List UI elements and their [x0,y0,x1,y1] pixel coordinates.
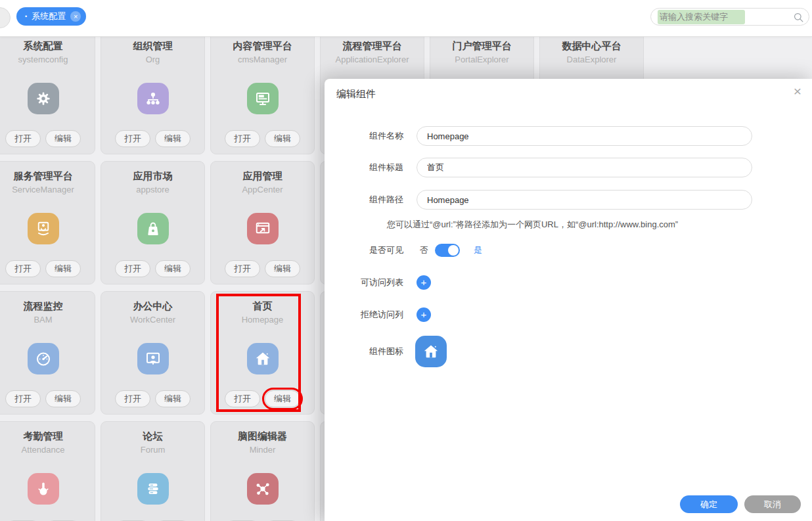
cancel-button[interactable]: 取消 [744,495,801,513]
card-title: 流程管理平台 [321,39,424,53]
open-button[interactable]: 打开 [225,130,260,147]
edit-button[interactable]: 编辑 [45,260,81,277]
tab-label: 系统配置 [32,11,66,22]
open-button[interactable]: 打开 [115,390,150,407]
person-monitor-icon [137,343,169,374]
card-title: 系统配置 [0,39,95,53]
component-name-input[interactable] [417,126,752,146]
app-card: 系统配置 systemconfig 打开 编辑 [0,31,95,154]
monitor-icon [247,83,279,114]
card-title: 服务管理平台 [0,170,95,183]
open-button[interactable]: 打开 [115,260,150,277]
add-access-button[interactable]: + [417,275,431,290]
add-deny-button[interactable]: + [417,307,431,322]
card-subtitle: Homepage [211,315,314,325]
card-subtitle: BAM [0,315,95,325]
home-icon [247,343,279,374]
app-card: 应用市场 appstore 打开 编辑 [101,161,205,284]
card-title: 应用管理 [211,170,314,183]
card-subtitle: ApplicationExplorer [321,55,424,65]
gauge-icon [28,343,59,374]
visible-toggle[interactable] [435,244,460,257]
card-subtitle: PortalExplorer [430,55,533,65]
app-card: 组织管理 Org 打开 编辑 [101,31,205,154]
shopping-bag-icon [137,213,169,244]
org-chart-icon [137,83,169,114]
card-title: 首页 [211,300,314,313]
card-title: 内容管理平台 [211,39,314,53]
app-card: 考勤管理 Attendance 打开 编辑 [0,421,95,521]
home-icon[interactable] [415,336,447,367]
app-card: 服务管理平台 ServiceManager 打开 编辑 [0,161,95,284]
card-subtitle: cmsManager [211,55,314,65]
window-share-icon [247,213,279,244]
card-title: 办公中心 [101,300,204,313]
card-subtitle: AppCenter [211,185,314,195]
app-card: 内容管理平台 cmsManager 打开 编辑 [210,31,315,154]
app-card: 脑图编辑器 Minder 打开 编辑 [210,421,315,521]
top-bar: • 系统配置 × 请输入搜索关键字 [0,0,812,37]
title-field-label: 组件标题 [351,158,403,177]
close-circle-icon[interactable]: × [70,11,81,22]
card-subtitle: Minder [211,445,314,455]
tab-system-config[interactable]: • 系统配置 × [16,7,86,26]
app-card: 办公中心 WorkCenter 打开 编辑 [101,291,205,415]
card-subtitle: systemconfig [0,55,95,65]
open-button[interactable]: 打开 [115,130,150,147]
ok-button[interactable]: 确定 [680,495,738,513]
toggle-on-label: 是 [474,244,482,257]
card-title: 门户管理平台 [430,39,533,53]
gear-icon [28,83,59,114]
list-bars-icon [137,473,169,505]
hand-pointer-icon [28,473,59,505]
edit-button[interactable]: 编辑 [155,130,191,147]
card-subtitle: ServiceManager [0,185,95,195]
toggle-knob [448,245,459,256]
deny-list-label: 拒绝访问列 [351,307,403,322]
partial-circle-button[interactable] [0,7,11,28]
open-button[interactable]: 打开 [225,390,260,407]
edit-component-modal: 编辑组件 × 组件名称 组件标题 组件路径 您可以通过“@url:”将路径添加为… [325,79,812,521]
card-subtitle: DataExplorer [540,55,643,65]
edit-button[interactable]: 编辑 [265,130,300,147]
edit-button[interactable]: 编辑 [155,390,191,407]
path-hint-text: 您可以通过“@url:”将路径添加为一个网页URL，如“@url:http://… [387,219,678,230]
component-title-input[interactable] [417,158,752,177]
modal-title: 编辑组件 [336,88,376,101]
open-button[interactable]: 打开 [5,130,41,147]
app-card: 首页 Homepage 打开 编辑 [210,291,315,415]
edit-button[interactable]: 编辑 [45,390,81,407]
card-title: 流程监控 [0,300,95,313]
card-subtitle: Attendance [0,445,95,455]
search-icon[interactable] [792,11,805,26]
close-icon[interactable]: × [790,84,805,99]
name-field-label: 组件名称 [351,126,403,146]
card-subtitle: Org [101,55,204,65]
app-card: 论坛 Forum 打开 编辑 [101,421,205,521]
card-subtitle: appstore [101,185,204,195]
edit-button[interactable]: 编辑 [155,260,191,277]
mindmap-icon [247,473,279,505]
edit-button[interactable]: 编辑 [45,130,81,147]
card-title: 组织管理 [101,39,204,53]
toggle-off-label: 否 [420,244,428,257]
tab-active-dot: • [25,14,27,20]
app-card: 应用管理 AppCenter 打开 编辑 [210,161,315,284]
search-input[interactable]: 请输入搜索关键字 [650,8,809,26]
open-button[interactable]: 打开 [5,390,41,407]
component-path-input[interactable] [417,190,752,210]
search-placeholder: 请输入搜索关键字 [658,10,745,24]
open-button[interactable]: 打开 [225,260,260,277]
open-button[interactable]: 打开 [5,260,41,277]
app-card: 流程监控 BAM 打开 编辑 [0,291,95,415]
icon-field-label: 组件图标 [351,346,403,357]
edit-button[interactable]: 编辑 [265,390,300,407]
service-desk-icon [28,213,59,244]
card-subtitle: WorkCenter [101,315,204,325]
card-title: 应用市场 [101,170,204,183]
access-list-label: 可访问列表 [351,275,403,290]
card-title: 脑图编辑器 [211,430,314,443]
visible-field-label: 是否可见 [351,244,403,257]
path-field-label: 组件路径 [351,190,403,210]
edit-button[interactable]: 编辑 [265,260,300,277]
